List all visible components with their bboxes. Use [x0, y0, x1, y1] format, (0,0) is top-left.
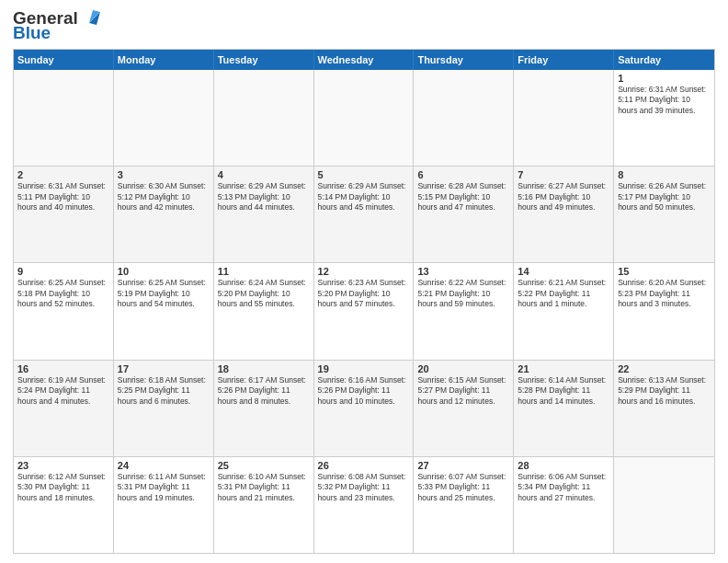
day-info: Sunrise: 6:29 AM Sunset: 5:14 PM Dayligh…: [318, 181, 410, 213]
calendar-cell-day-10: 10Sunrise: 6:25 AM Sunset: 5:19 PM Dayli…: [114, 263, 214, 359]
day-number: 26: [318, 460, 410, 471]
day-number: 24: [118, 460, 210, 471]
calendar-cell-day-4: 4Sunrise: 6:29 AM Sunset: 5:13 PM Daylig…: [214, 167, 314, 262]
calendar-cell-day-21: 21Sunrise: 6:14 AM Sunset: 5:28 PM Dayli…: [514, 361, 614, 456]
calendar-cell-day-16: 16Sunrise: 6:19 AM Sunset: 5:24 PM Dayli…: [14, 361, 114, 456]
day-number: 1: [618, 73, 711, 84]
day-number: 13: [417, 266, 509, 277]
day-info: Sunrise: 6:15 AM Sunset: 5:27 PM Dayligh…: [417, 375, 509, 407]
calendar-cell-day-13: 13Sunrise: 6:22 AM Sunset: 5:21 PM Dayli…: [414, 263, 514, 359]
day-info: Sunrise: 6:16 AM Sunset: 5:26 PM Dayligh…: [318, 375, 410, 407]
day-number: 16: [17, 363, 109, 374]
calendar-body: 1Sunrise: 6:31 AM Sunset: 5:11 PM Daylig…: [14, 70, 714, 553]
day-info: Sunrise: 6:28 AM Sunset: 5:15 PM Dayligh…: [417, 181, 509, 213]
calendar-row-4: 23Sunrise: 6:12 AM Sunset: 5:30 PM Dayli…: [14, 457, 714, 553]
day-number: 25: [218, 460, 310, 471]
day-number: 28: [518, 460, 609, 471]
calendar-row-3: 16Sunrise: 6:19 AM Sunset: 5:24 PM Dayli…: [14, 361, 714, 457]
calendar-header-thursday: Thursday: [414, 50, 514, 70]
calendar-cell-empty-0-5: [514, 70, 614, 166]
calendar-cell-day-14: 14Sunrise: 6:21 AM Sunset: 5:22 PM Dayli…: [514, 263, 614, 359]
day-info: Sunrise: 6:25 AM Sunset: 5:19 PM Dayligh…: [118, 278, 210, 309]
calendar-cell-day-15: 15Sunrise: 6:20 AM Sunset: 5:23 PM Dayli…: [614, 263, 714, 359]
day-info: Sunrise: 6:07 AM Sunset: 5:33 PM Dayligh…: [417, 472, 509, 503]
day-number: 19: [318, 363, 410, 374]
logo: General Blue: [13, 9, 100, 43]
calendar-cell-day-28: 28Sunrise: 6:06 AM Sunset: 5:34 PM Dayli…: [514, 457, 614, 553]
day-info: Sunrise: 6:24 AM Sunset: 5:20 PM Dayligh…: [218, 278, 310, 309]
day-number: 2: [17, 169, 109, 180]
day-number: 20: [417, 363, 509, 374]
day-info: Sunrise: 6:19 AM Sunset: 5:24 PM Dayligh…: [17, 375, 109, 407]
calendar-header-sunday: Sunday: [14, 50, 114, 70]
day-info: Sunrise: 6:31 AM Sunset: 5:11 PM Dayligh…: [618, 85, 711, 116]
calendar: SundayMondayTuesdayWednesdayThursdayFrid…: [13, 49, 715, 554]
day-number: 10: [118, 266, 210, 277]
day-info: Sunrise: 6:21 AM Sunset: 5:22 PM Dayligh…: [518, 278, 609, 309]
logo-blue: Blue: [13, 23, 51, 43]
calendar-cell-day-5: 5Sunrise: 6:29 AM Sunset: 5:14 PM Daylig…: [314, 167, 415, 262]
day-info: Sunrise: 6:29 AM Sunset: 5:13 PM Dayligh…: [218, 181, 310, 213]
header: General Blue: [13, 9, 715, 43]
day-info: Sunrise: 6:27 AM Sunset: 5:16 PM Dayligh…: [518, 181, 609, 213]
day-number: 23: [17, 460, 109, 471]
day-number: 6: [417, 169, 509, 180]
day-number: 5: [318, 169, 410, 180]
day-number: 7: [518, 169, 609, 180]
calendar-cell-empty-0-4: [414, 70, 514, 166]
day-info: Sunrise: 6:11 AM Sunset: 5:31 PM Dayligh…: [118, 472, 210, 503]
calendar-cell-day-3: 3Sunrise: 6:30 AM Sunset: 5:12 PM Daylig…: [114, 167, 214, 262]
day-info: Sunrise: 6:22 AM Sunset: 5:21 PM Dayligh…: [417, 278, 509, 309]
day-info: Sunrise: 6:06 AM Sunset: 5:34 PM Dayligh…: [518, 472, 609, 503]
day-info: Sunrise: 6:17 AM Sunset: 5:26 PM Dayligh…: [218, 375, 310, 407]
calendar-header-monday: Monday: [114, 50, 214, 70]
calendar-row-1: 2Sunrise: 6:31 AM Sunset: 5:11 PM Daylig…: [14, 167, 714, 263]
calendar-cell-day-18: 18Sunrise: 6:17 AM Sunset: 5:26 PM Dayli…: [214, 361, 314, 456]
day-info: Sunrise: 6:30 AM Sunset: 5:12 PM Dayligh…: [118, 181, 210, 213]
calendar-cell-empty-0-2: [214, 70, 314, 166]
day-info: Sunrise: 6:08 AM Sunset: 5:32 PM Dayligh…: [318, 472, 410, 503]
day-number: 4: [218, 169, 310, 180]
calendar-header-friday: Friday: [514, 50, 614, 70]
calendar-cell-day-1: 1Sunrise: 6:31 AM Sunset: 5:11 PM Daylig…: [614, 70, 714, 166]
day-number: 18: [218, 363, 310, 374]
calendar-cell-day-12: 12Sunrise: 6:23 AM Sunset: 5:20 PM Dayli…: [314, 263, 415, 359]
day-info: Sunrise: 6:23 AM Sunset: 5:20 PM Dayligh…: [318, 278, 410, 309]
calendar-row-0: 1Sunrise: 6:31 AM Sunset: 5:11 PM Daylig…: [14, 70, 714, 167]
day-info: Sunrise: 6:13 AM Sunset: 5:29 PM Dayligh…: [618, 375, 711, 407]
calendar-cell-day-17: 17Sunrise: 6:18 AM Sunset: 5:25 PM Dayli…: [114, 361, 214, 456]
calendar-cell-day-2: 2Sunrise: 6:31 AM Sunset: 5:11 PM Daylig…: [14, 167, 114, 262]
calendar-cell-empty-0-0: [14, 70, 114, 166]
calendar-cell-day-9: 9Sunrise: 6:25 AM Sunset: 5:18 PM Daylig…: [14, 263, 114, 359]
calendar-row-2: 9Sunrise: 6:25 AM Sunset: 5:18 PM Daylig…: [14, 263, 714, 360]
calendar-cell-day-22: 22Sunrise: 6:13 AM Sunset: 5:29 PM Dayli…: [614, 361, 714, 456]
calendar-cell-day-8: 8Sunrise: 6:26 AM Sunset: 5:17 PM Daylig…: [614, 167, 714, 262]
calendar-cell-day-26: 26Sunrise: 6:08 AM Sunset: 5:32 PM Dayli…: [314, 457, 415, 553]
day-info: Sunrise: 6:12 AM Sunset: 5:30 PM Dayligh…: [17, 472, 109, 503]
calendar-cell-empty-0-3: [314, 70, 415, 166]
day-number: 9: [17, 266, 109, 277]
calendar-cell-day-25: 25Sunrise: 6:10 AM Sunset: 5:31 PM Dayli…: [214, 457, 314, 553]
calendar-header-wednesday: Wednesday: [314, 50, 415, 70]
calendar-header: SundayMondayTuesdayWednesdayThursdayFrid…: [14, 50, 714, 70]
calendar-cell-day-6: 6Sunrise: 6:28 AM Sunset: 5:15 PM Daylig…: [414, 167, 514, 262]
day-number: 3: [118, 169, 210, 180]
day-number: 27: [417, 460, 509, 471]
day-number: 11: [218, 266, 310, 277]
day-info: Sunrise: 6:25 AM Sunset: 5:18 PM Dayligh…: [17, 278, 109, 309]
day-info: Sunrise: 6:10 AM Sunset: 5:31 PM Dayligh…: [218, 472, 310, 503]
day-number: 8: [618, 169, 711, 180]
day-number: 17: [118, 363, 210, 374]
calendar-cell-day-19: 19Sunrise: 6:16 AM Sunset: 5:26 PM Dayli…: [314, 361, 415, 456]
calendar-cell-day-7: 7Sunrise: 6:27 AM Sunset: 5:16 PM Daylig…: [514, 167, 614, 262]
calendar-cell-day-11: 11Sunrise: 6:24 AM Sunset: 5:20 PM Dayli…: [214, 263, 314, 359]
calendar-cell-empty-0-1: [114, 70, 214, 166]
day-number: 15: [618, 266, 711, 277]
calendar-cell-empty-4-6: [614, 457, 714, 553]
calendar-cell-day-24: 24Sunrise: 6:11 AM Sunset: 5:31 PM Dayli…: [114, 457, 214, 553]
day-info: Sunrise: 6:18 AM Sunset: 5:25 PM Dayligh…: [118, 375, 210, 407]
day-info: Sunrise: 6:26 AM Sunset: 5:17 PM Dayligh…: [618, 181, 711, 213]
logo-bird-icon: [80, 10, 100, 27]
calendar-header-tuesday: Tuesday: [214, 50, 314, 70]
page: General Blue SundayMondayTuesdayWednesda…: [0, 0, 728, 563]
